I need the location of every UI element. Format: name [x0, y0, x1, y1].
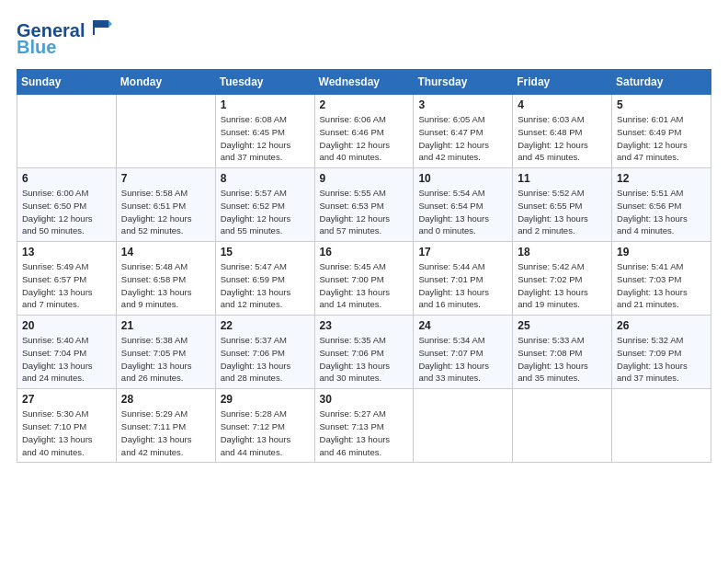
weekday-header-row: SundayMondayTuesdayWednesdayThursdayFrid… [17, 70, 711, 95]
weekday-header-thursday: Thursday [414, 70, 513, 95]
weekday-header-sunday: Sunday [17, 70, 117, 95]
calendar-cell: 14Sunrise: 5:48 AM Sunset: 6:58 PM Dayli… [116, 242, 215, 316]
week-row-5: 27Sunrise: 5:30 AM Sunset: 7:10 PM Dayli… [17, 389, 711, 463]
calendar-cell: 11Sunrise: 5:52 AM Sunset: 6:55 PM Dayli… [513, 168, 612, 242]
calendar-cell: 1Sunrise: 6:08 AM Sunset: 6:45 PM Daylig… [215, 95, 314, 168]
day-number: 2 [320, 98, 409, 111]
day-number: 17 [418, 246, 507, 259]
day-number: 27 [22, 393, 111, 406]
day-info: Sunrise: 5:52 AM Sunset: 6:55 PM Dayligh… [518, 187, 607, 237]
weekday-header-friday: Friday [513, 70, 612, 95]
calendar-cell: 15Sunrise: 5:47 AM Sunset: 6:59 PM Dayli… [215, 242, 314, 316]
calendar-cell: 23Sunrise: 5:35 AM Sunset: 7:06 PM Dayli… [314, 316, 414, 389]
calendar-cell: 20Sunrise: 5:40 AM Sunset: 7:04 PM Dayli… [17, 316, 117, 389]
calendar-cell: 29Sunrise: 5:28 AM Sunset: 7:12 PM Dayli… [215, 389, 314, 463]
svg-marker-1 [108, 20, 112, 28]
day-info: Sunrise: 5:51 AM Sunset: 6:56 PM Dayligh… [617, 187, 706, 237]
day-info: Sunrise: 5:40 AM Sunset: 7:04 PM Dayligh… [22, 334, 111, 385]
day-number: 21 [121, 319, 210, 332]
day-number: 3 [418, 98, 507, 111]
day-info: Sunrise: 6:08 AM Sunset: 6:45 PM Dayligh… [221, 113, 310, 164]
svg-marker-0 [94, 20, 108, 28]
week-row-1: 1Sunrise: 6:08 AM Sunset: 6:45 PM Daylig… [17, 95, 711, 168]
day-number: 6 [22, 172, 111, 185]
day-info: Sunrise: 5:35 AM Sunset: 7:06 PM Dayligh… [320, 334, 409, 385]
day-info: Sunrise: 6:01 AM Sunset: 6:49 PM Dayligh… [617, 113, 706, 164]
day-info: Sunrise: 5:33 AM Sunset: 7:08 PM Dayligh… [518, 334, 607, 385]
day-info: Sunrise: 5:38 AM Sunset: 7:05 PM Dayligh… [121, 334, 210, 385]
day-info: Sunrise: 5:48 AM Sunset: 6:58 PM Dayligh… [121, 260, 210, 311]
day-info: Sunrise: 6:00 AM Sunset: 6:50 PM Dayligh… [22, 187, 111, 237]
week-row-3: 13Sunrise: 5:49 AM Sunset: 6:57 PM Dayli… [17, 242, 711, 316]
calendar-cell: 25Sunrise: 5:33 AM Sunset: 7:08 PM Dayli… [513, 316, 612, 389]
day-number: 13 [22, 246, 111, 259]
day-info: Sunrise: 5:57 AM Sunset: 6:52 PM Dayligh… [221, 187, 310, 237]
day-info: Sunrise: 5:55 AM Sunset: 6:53 PM Dayligh… [320, 187, 409, 237]
day-number: 25 [518, 319, 607, 332]
header: General Blue [17, 17, 711, 58]
page: General Blue SundayMondayTuesdayWednesda [0, 0, 728, 563]
calendar-cell: 8Sunrise: 5:57 AM Sunset: 6:52 PM Daylig… [215, 168, 314, 242]
day-number: 9 [320, 172, 409, 185]
calendar-cell [513, 389, 612, 463]
day-info: Sunrise: 5:29 AM Sunset: 7:11 PM Dayligh… [121, 408, 210, 458]
day-number: 14 [121, 246, 210, 259]
day-number: 23 [320, 319, 409, 332]
day-info: Sunrise: 5:44 AM Sunset: 7:01 PM Dayligh… [418, 260, 507, 311]
day-number: 20 [22, 319, 111, 332]
day-number: 16 [320, 246, 409, 259]
day-info: Sunrise: 5:32 AM Sunset: 7:09 PM Dayligh… [617, 334, 706, 385]
calendar-cell [17, 95, 117, 168]
calendar-cell: 7Sunrise: 5:58 AM Sunset: 6:51 PM Daylig… [116, 168, 215, 242]
calendar-cell: 26Sunrise: 5:32 AM Sunset: 7:09 PM Dayli… [612, 316, 711, 389]
calendar-cell: 12Sunrise: 5:51 AM Sunset: 6:56 PM Dayli… [612, 168, 711, 242]
calendar-cell [414, 389, 513, 463]
day-info: Sunrise: 6:03 AM Sunset: 6:48 PM Dayligh… [518, 113, 607, 164]
weekday-header-saturday: Saturday [612, 70, 711, 95]
logo: General Blue [17, 17, 112, 58]
calendar-cell: 16Sunrise: 5:45 AM Sunset: 7:00 PM Dayli… [314, 242, 414, 316]
day-info: Sunrise: 5:45 AM Sunset: 7:00 PM Dayligh… [320, 260, 409, 311]
calendar-cell: 19Sunrise: 5:41 AM Sunset: 7:03 PM Dayli… [612, 242, 711, 316]
calendar-cell: 17Sunrise: 5:44 AM Sunset: 7:01 PM Dayli… [414, 242, 513, 316]
calendar-cell: 3Sunrise: 6:05 AM Sunset: 6:47 PM Daylig… [414, 95, 513, 168]
day-info: Sunrise: 5:58 AM Sunset: 6:51 PM Dayligh… [121, 187, 210, 237]
day-number: 4 [518, 98, 607, 111]
day-number: 30 [320, 393, 409, 406]
day-number: 12 [617, 172, 706, 185]
calendar-cell: 6Sunrise: 6:00 AM Sunset: 6:50 PM Daylig… [17, 168, 117, 242]
day-number: 15 [221, 246, 310, 259]
calendar-cell: 21Sunrise: 5:38 AM Sunset: 7:05 PM Dayli… [116, 316, 215, 389]
day-info: Sunrise: 5:41 AM Sunset: 7:03 PM Dayligh… [617, 260, 706, 311]
calendar-cell: 13Sunrise: 5:49 AM Sunset: 6:57 PM Dayli… [17, 242, 117, 316]
calendar-cell [116, 95, 215, 168]
weekday-header-wednesday: Wednesday [314, 70, 414, 95]
day-info: Sunrise: 5:34 AM Sunset: 7:07 PM Dayligh… [418, 334, 507, 385]
day-info: Sunrise: 5:27 AM Sunset: 7:13 PM Dayligh… [320, 408, 409, 458]
day-number: 22 [221, 319, 310, 332]
day-number: 1 [221, 98, 310, 111]
day-number: 28 [121, 393, 210, 406]
calendar-cell: 2Sunrise: 6:06 AM Sunset: 6:46 PM Daylig… [314, 95, 414, 168]
calendar-cell: 24Sunrise: 5:34 AM Sunset: 7:07 PM Dayli… [414, 316, 513, 389]
day-number: 26 [617, 319, 706, 332]
day-info: Sunrise: 5:49 AM Sunset: 6:57 PM Dayligh… [22, 260, 111, 311]
day-number: 10 [418, 172, 507, 185]
day-number: 29 [221, 393, 310, 406]
calendar-cell: 22Sunrise: 5:37 AM Sunset: 7:06 PM Dayli… [215, 316, 314, 389]
day-number: 19 [617, 246, 706, 259]
day-number: 11 [518, 172, 607, 185]
day-info: Sunrise: 5:54 AM Sunset: 6:54 PM Dayligh… [418, 187, 507, 237]
week-row-4: 20Sunrise: 5:40 AM Sunset: 7:04 PM Dayli… [17, 316, 711, 389]
calendar-cell: 4Sunrise: 6:03 AM Sunset: 6:48 PM Daylig… [513, 95, 612, 168]
day-number: 24 [418, 319, 507, 332]
day-number: 18 [518, 246, 607, 259]
day-info: Sunrise: 6:06 AM Sunset: 6:46 PM Dayligh… [320, 113, 409, 164]
day-info: Sunrise: 5:47 AM Sunset: 6:59 PM Dayligh… [221, 260, 310, 311]
calendar-cell: 28Sunrise: 5:29 AM Sunset: 7:11 PM Dayli… [116, 389, 215, 463]
day-info: Sunrise: 5:37 AM Sunset: 7:06 PM Dayligh… [221, 334, 310, 385]
logo-flag-icon [92, 17, 112, 37]
day-info: Sunrise: 5:28 AM Sunset: 7:12 PM Dayligh… [221, 408, 310, 458]
week-row-2: 6Sunrise: 6:00 AM Sunset: 6:50 PM Daylig… [17, 168, 711, 242]
calendar-cell: 5Sunrise: 6:01 AM Sunset: 6:49 PM Daylig… [612, 95, 711, 168]
